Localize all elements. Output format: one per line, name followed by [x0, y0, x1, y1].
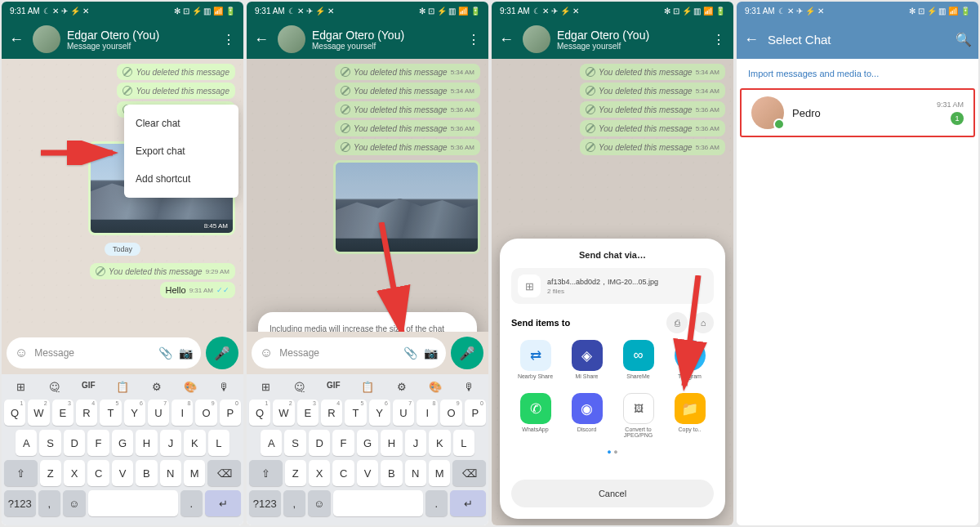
- app-discord[interactable]: ◉Discord: [563, 393, 611, 440]
- mic-button[interactable]: 🎤: [206, 337, 238, 369]
- avatar[interactable]: [523, 25, 550, 53]
- kb-clipboard-icon[interactable]: 📋: [114, 381, 131, 393]
- overflow-menu-icon[interactable]: ⋮: [464, 32, 483, 47]
- key-e[interactable]: E3: [297, 400, 318, 426]
- key-k[interactable]: K: [429, 430, 450, 456]
- emoji-icon[interactable]: ☺: [15, 346, 28, 360]
- comma-key[interactable]: ,: [38, 490, 61, 516]
- key-t[interactable]: T5: [100, 400, 121, 426]
- unread-badge: 1: [951, 112, 964, 125]
- key-o[interactable]: O9: [195, 400, 216, 426]
- avatar[interactable]: [278, 25, 305, 53]
- kb-grid-icon[interactable]: ⊞: [12, 381, 29, 393]
- key-u[interactable]: U7: [148, 400, 169, 426]
- key-h[interactable]: H: [381, 430, 402, 456]
- backspace-key[interactable]: ⌫: [207, 460, 241, 486]
- key-r[interactable]: R4: [321, 400, 342, 426]
- shift-key[interactable]: ⇧: [249, 460, 283, 486]
- menu-export-chat[interactable]: Export chat: [124, 137, 238, 165]
- composer: ☺ Message 📎 📷 🎤: [247, 332, 488, 374]
- kb-settings-icon[interactable]: ⚙: [149, 381, 165, 393]
- key-w[interactable]: W2: [273, 400, 294, 426]
- cancel-button[interactable]: Cancel: [511, 480, 714, 507]
- back-icon[interactable]: ←: [7, 31, 26, 48]
- key-d[interactable]: D: [64, 430, 85, 456]
- key-a[interactable]: A: [261, 430, 282, 456]
- period-key[interactable]: .: [180, 490, 203, 516]
- back-icon[interactable]: ←: [742, 31, 761, 48]
- key-l[interactable]: L: [208, 430, 229, 456]
- overflow-menu-icon[interactable]: ⋮: [219, 32, 238, 47]
- avatar[interactable]: [33, 25, 60, 53]
- key-s[interactable]: S: [39, 430, 60, 456]
- screen-1-export-menu: 9:31 AM☾ ✕ ✈ ⚡ ✕ ✻ ⊡ ⚡ ▥ 📶 🔋 ← Edgar Ote…: [2, 2, 243, 525]
- key-o[interactable]: O9: [440, 400, 461, 426]
- key-y[interactable]: Y6: [369, 400, 390, 426]
- overflow-menu-icon[interactable]: ⋮: [709, 32, 728, 47]
- key-l[interactable]: L: [453, 430, 474, 456]
- key-d[interactable]: D: [309, 430, 330, 456]
- message-input[interactable]: ☺ Message 📎 📷: [7, 337, 201, 368]
- attach-icon[interactable]: 📎: [403, 346, 417, 360]
- key-g[interactable]: G: [357, 430, 378, 456]
- status-bar: 9:31 AM☾ ✕ ✈ ⚡ ✕ ✻ ⊡ ⚡ ▥ 📶 🔋: [737, 2, 978, 20]
- key-g[interactable]: G: [112, 430, 133, 456]
- mic-button[interactable]: 🎤: [451, 337, 483, 369]
- key-j[interactable]: J: [160, 430, 181, 456]
- chat-area: You deleted this message You deleted thi…: [2, 59, 243, 332]
- key-h[interactable]: H: [136, 430, 157, 456]
- message-input[interactable]: ☺ Message 📎 📷: [252, 337, 446, 368]
- key-s[interactable]: S: [284, 430, 305, 456]
- key-q[interactable]: Q1: [4, 400, 25, 426]
- menu-add-shortcut[interactable]: Add shortcut: [124, 165, 238, 193]
- key-u[interactable]: U7: [393, 400, 414, 426]
- key-y[interactable]: Y6: [124, 400, 145, 426]
- app-copy[interactable]: 📁Copy to..: [666, 393, 714, 440]
- search-icon[interactable]: 🔍: [954, 32, 973, 47]
- contact-name: Edgar Otero (You): [67, 29, 212, 42]
- deleted-message: You deleted this message9:29 AM: [90, 263, 235, 279]
- app-whatsapp[interactable]: ✆WhatsApp: [511, 393, 559, 440]
- app-convert[interactable]: 🖼Convert to JPEG/PNG: [614, 393, 662, 440]
- key-p[interactable]: P0: [465, 400, 486, 426]
- key-a[interactable]: A: [16, 430, 37, 456]
- key-t[interactable]: T5: [345, 400, 366, 426]
- key-k[interactable]: K: [184, 430, 205, 456]
- send-items-label: Send items to: [511, 318, 570, 328]
- key-f[interactable]: F: [332, 430, 354, 456]
- key-w[interactable]: W2: [28, 400, 49, 426]
- chat-item-pedro[interactable]: Pedro 9:31 AM 1: [740, 88, 975, 137]
- emoji-key[interactable]: ☺: [63, 490, 86, 516]
- back-icon[interactable]: ←: [252, 31, 271, 48]
- kb-palette-icon[interactable]: 🎨: [182, 381, 198, 393]
- kb-gif-icon[interactable]: GIF: [80, 381, 96, 393]
- shift-key[interactable]: ⇧: [4, 460, 38, 486]
- annotation-arrow: [41, 141, 122, 165]
- app-mi-share[interactable]: ◈Mi Share: [563, 340, 611, 386]
- chat-area: You deleted this message5:34 AM You dele…: [247, 59, 488, 332]
- attach-icon[interactable]: 📎: [158, 346, 172, 360]
- deleted-message: You deleted this message: [117, 64, 235, 80]
- key-q[interactable]: Q1: [249, 400, 270, 426]
- key-e[interactable]: E3: [52, 400, 74, 426]
- back-icon[interactable]: ←: [497, 31, 516, 48]
- chat-header: ← Edgar Otero (You) Message yourself ⋮: [247, 20, 488, 59]
- key-p[interactable]: P0: [220, 400, 241, 426]
- camera-icon[interactable]: 📷: [179, 346, 193, 360]
- backspace-key[interactable]: ⌫: [452, 460, 486, 486]
- kb-sticker-icon[interactable]: ☺̤: [47, 381, 63, 393]
- emoji-icon[interactable]: ☺: [260, 346, 273, 360]
- camera-icon[interactable]: 📷: [424, 346, 438, 360]
- key-r[interactable]: R4: [76, 400, 97, 426]
- kb-voice-icon[interactable]: 🎙: [216, 381, 233, 393]
- key-j[interactable]: J: [405, 430, 426, 456]
- enter-key[interactable]: ↵: [205, 490, 241, 516]
- menu-clear-chat[interactable]: Clear chat: [124, 109, 238, 137]
- numeric-key[interactable]: ?123: [4, 490, 36, 516]
- key-i[interactable]: I8: [172, 400, 193, 426]
- app-shareme[interactable]: ∞ShareMe: [614, 340, 662, 386]
- app-nearby-share[interactable]: ⇄Nearby Share: [511, 340, 559, 386]
- space-key[interactable]: [88, 490, 178, 516]
- key-i[interactable]: I8: [416, 400, 438, 426]
- key-f[interactable]: F: [87, 430, 109, 456]
